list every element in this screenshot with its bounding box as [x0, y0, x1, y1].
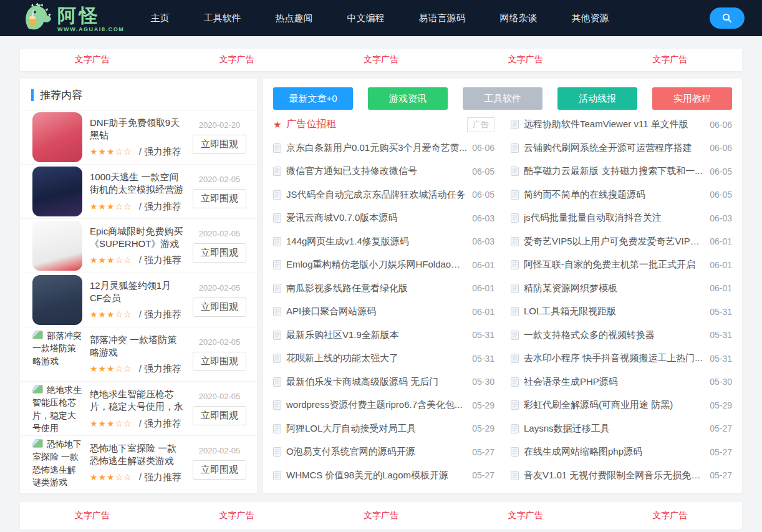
text-ad-link[interactable]: 文字广告	[453, 54, 598, 65]
search-button[interactable]	[710, 7, 745, 29]
article-row[interactable]: 在线生成网站缩略图php源码 05-27	[511, 440, 732, 464]
article-title-link[interactable]: API接口聚合网站源码	[286, 306, 467, 317]
article-row[interactable]: 酷享磁力云最新版 支持磁力搜索下载和一... 06-05	[511, 160, 732, 183]
article-row[interactable]: 爱奇艺VIP5以上用户可免费发爱奇艺VIP红包 06-01	[511, 230, 732, 254]
card-thumbnail[interactable]: 部落冲突 一款塔防策略游戏	[32, 329, 82, 379]
nav-item[interactable]: 热点趣闻	[275, 12, 312, 24]
article-row[interactable]: JS代码全自动完成京东品牌狂欢城活动任务 06-05	[273, 183, 494, 207]
card-thumbnail[interactable]: 恐怖地下室探险 一款恐怖逃生解谜类游戏	[32, 438, 82, 488]
card-title-link[interactable]: 部落冲突 一款塔防策略游戏	[90, 334, 183, 359]
article-row[interactable]: 阿怪互联-自家的免费主机第一批正式开启 06-01	[511, 253, 732, 277]
article-row[interactable]: 南瓜影视多线路任意看绿化版 06-01	[273, 277, 494, 301]
text-ad-link[interactable]: 文字广告	[20, 510, 165, 521]
nav-item[interactable]: 网络杂谈	[499, 12, 537, 24]
article-title-link[interactable]: 阿怪互联-自家的免费主机第一批正式开启	[524, 259, 705, 271]
card-title-link[interactable]: 1000天逃生 一款空间街机的太空模拟经营游戏	[90, 171, 183, 196]
view-now-button[interactable]: 立即围观	[193, 352, 246, 371]
article-title-link[interactable]: 云铺购代刷网系统全开源可运营程序搭建	[524, 142, 705, 154]
text-ad-link[interactable]: 文字广告	[453, 510, 598, 521]
article-row[interactable]: 微信官方通知已支持修改微信号 06-05	[273, 160, 494, 183]
text-ad-link[interactable]: 文字广告	[309, 54, 453, 65]
article-row[interactable]: 144g网页生成v1.4修复版源码 06-03	[273, 230, 494, 254]
article-title-link[interactable]: 彩虹代刷全解源码(可商业用途 防黑)	[524, 399, 705, 411]
article-title-link[interactable]: 精防某资源网织梦模板	[524, 283, 705, 294]
text-ad-link[interactable]: 文字广告	[20, 54, 165, 65]
article-title-link[interactable]: WHMCS 价值98美元的Lagom模板开源	[286, 470, 467, 481]
view-now-button[interactable]: 立即围观	[193, 460, 246, 480]
card-thumbnail[interactable]	[32, 112, 82, 162]
article-title-link[interactable]: 花呗新上线的功能太强大了	[286, 352, 467, 364]
article-row[interactable]: 远程协助软件TeamViewer v11 单文件版 06-06	[511, 113, 732, 137]
article-row[interactable]: js代码批量批量自动取消抖音关注 06-03	[511, 206, 732, 230]
article-row[interactable]: 一款支持格式众多的视频转换器 05-31	[511, 324, 732, 347]
article-row[interactable]: 云铺购代刷网系统全开源可运营程序搭建 06-06	[511, 137, 732, 160]
card-thumbnail[interactable]	[32, 221, 82, 271]
article-title-link[interactable]: JS代码全自动完成京东品牌狂欢城活动任务	[286, 189, 467, 201]
category-tab[interactable]: 工具软件	[463, 87, 543, 110]
article-row[interactable]: 简约而不简单的在线搜题源码 06-05	[511, 183, 732, 207]
article-title-link[interactable]: 最新伯乐发卡商城高级版源码 无后门	[286, 376, 467, 388]
card-title-link[interactable]: 12月灵狐签约领1月CF会员	[90, 279, 183, 305]
text-ad-link[interactable]: 文字广告	[597, 54, 742, 65]
article-row[interactable]: 京东白条新用户0.01元购买3个月爱奇艺黄... 06-06	[273, 137, 494, 160]
article-title-link[interactable]: 社会语录生成PHP源码	[524, 376, 705, 388]
article-row[interactable]: 最新乐购社区V1.9全新版本 05-31	[273, 324, 494, 347]
card-title-link[interactable]: DNF助手免费领取9天黑钻	[90, 117, 183, 142]
article-row[interactable]: LOL工具箱无限视距版 05-31	[511, 300, 732, 324]
article-title-link[interactable]: wordpress资源付费主题ripro6.7含美化包...	[286, 399, 467, 411]
nav-item[interactable]: 主页	[150, 12, 169, 24]
text-ad-link[interactable]: 文字广告	[165, 510, 309, 521]
article-row[interactable]: wordpress资源付费主题ripro6.7含美化包... 05-29	[273, 394, 494, 417]
article-row[interactable]: 去水印小程序 快手抖音视频搬运工上热门... 05-31	[511, 347, 732, 370]
article-row[interactable]: 爱讯云商城V0.7.0版本源码 06-03	[273, 206, 494, 230]
category-tab[interactable]: 游戏资讯	[368, 87, 448, 110]
card-thumbnail[interactable]	[32, 275, 82, 325]
article-title-link[interactable]: 爱奇艺VIP5以上用户可免费发爱奇艺VIP红包	[524, 236, 705, 248]
article-title-link[interactable]: 在线生成网站缩略图php源码	[524, 446, 705, 458]
article-row[interactable]: O泡易支付系统官网的源码开源 05-27	[273, 440, 494, 464]
site-logo[interactable]: 阿怪 WWW.AGUAI8.COM	[21, 2, 124, 34]
article-title-link[interactable]: 爱讯云商城V0.7.0版本源码	[286, 212, 467, 224]
text-ad-link[interactable]: 文字广告	[309, 510, 453, 521]
article-title-link[interactable]: 酷享磁力云最新版 支持磁力搜索下载和一...	[524, 165, 705, 177]
card-thumbnail[interactable]: 绝地求生智能压枪芯片，稳定大号使用	[32, 384, 82, 433]
nav-item[interactable]: 其他资源	[571, 12, 609, 24]
card-title-link[interactable]: Epic商城限时免费购买《SUPERHOT》游戏	[90, 225, 183, 251]
view-now-button[interactable]: 立即围观	[193, 406, 246, 425]
article-title-link[interactable]: 一款支持格式众多的视频转换器	[524, 329, 705, 341]
article-title-link[interactable]: 远程协助软件TeamViewer v11 单文件版	[524, 118, 705, 130]
view-now-button[interactable]: 立即围观	[193, 243, 246, 263]
category-tab[interactable]: 实用教程	[652, 87, 732, 110]
article-row[interactable]: 花呗新上线的功能太强大了 05-31	[273, 347, 494, 370]
article-title-link[interactable]: 音友V1.01 无视付费限制全网音乐无损免费...	[524, 470, 705, 481]
article-row[interactable]: WHMCS 价值98美元的Lagom模板开源 05-27	[273, 464, 494, 488]
article-title-link[interactable]: 去水印小程序 快手抖音视频搬运工上热门...	[524, 352, 705, 364]
view-now-button[interactable]: 立即围观	[193, 189, 246, 208]
card-thumbnail[interactable]	[32, 167, 82, 216]
article-title-link[interactable]: js代码批量批量自动取消抖音关注	[524, 212, 705, 224]
card-title-link[interactable]: 绝地求生智能压枪芯片，稳定大号使用，永久免费	[90, 388, 183, 414]
card-title-link[interactable]: 恐怖地下室探险 一款恐怖逃生解谜类游戏	[90, 442, 183, 468]
article-row[interactable]: 阿狸LOL大厅自动接受对局工具 05-29	[273, 417, 494, 441]
nav-item[interactable]: 易语言源码	[418, 12, 465, 24]
article-row[interactable]: Emlog重构精仿老版小刀娱乐网HFoldao模... 06-01	[273, 253, 494, 277]
article-title-link[interactable]: O泡易支付系统官网的源码开源	[286, 446, 467, 458]
nav-item[interactable]: 中文编程	[347, 12, 384, 24]
article-title-link[interactable]: 南瓜影视多线路任意看绿化版	[286, 283, 467, 294]
ad-slot-title[interactable]: 广告位招租	[286, 118, 462, 131]
category-tab[interactable]: 最新文章+0	[273, 87, 353, 110]
nav-item[interactable]: 工具软件	[203, 12, 241, 24]
article-row[interactable]: API接口聚合网站源码 06-01	[273, 300, 494, 324]
article-title-link[interactable]: LOL工具箱无限视距版	[524, 306, 705, 317]
ad-slot-row[interactable]: ★ 广告位招租 广告	[273, 113, 494, 137]
article-title-link[interactable]: 京东白条新用户0.01元购买3个月爱奇艺黄...	[286, 142, 467, 154]
article-title-link[interactable]: Laysns数据迁移工具	[524, 423, 705, 435]
text-ad-link[interactable]: 文字广告	[597, 510, 742, 521]
article-title-link[interactable]: 微信官方通知已支持修改微信号	[286, 165, 467, 177]
article-row[interactable]: 精防某资源网织梦模板 06-01	[511, 277, 732, 301]
article-title-link[interactable]: 最新乐购社区V1.9全新版本	[286, 329, 467, 341]
article-row[interactable]: 彩虹代刷全解源码(可商业用途 防黑) 05-29	[511, 394, 732, 417]
article-title-link[interactable]: 144g网页生成v1.4修复版源码	[286, 236, 467, 248]
article-title-link[interactable]: 简约而不简单的在线搜题源码	[524, 189, 705, 201]
article-row[interactable]: Laysns数据迁移工具 05-27	[511, 417, 732, 441]
